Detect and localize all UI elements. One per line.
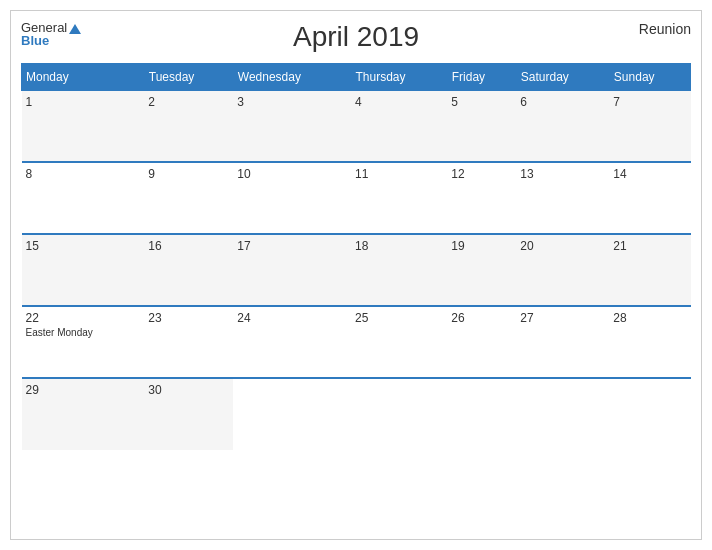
weekday-header-row: MondayTuesdayWednesdayThursdayFridaySatu… <box>22 64 691 90</box>
calendar-title: April 2019 <box>293 21 419 53</box>
day-cell: 5 <box>447 90 516 162</box>
day-number: 3 <box>237 95 347 109</box>
day-number: 4 <box>355 95 443 109</box>
day-cell: 23 <box>144 306 233 378</box>
day-cell: 16 <box>144 234 233 306</box>
day-cell: 2 <box>144 90 233 162</box>
weekday-header-saturday: Saturday <box>516 64 609 90</box>
day-number: 25 <box>355 311 443 325</box>
weekday-header-thursday: Thursday <box>351 64 447 90</box>
day-number: 8 <box>26 167 141 181</box>
day-number: 22 <box>26 311 141 325</box>
day-cell: 25 <box>351 306 447 378</box>
logo-triangle-icon <box>69 24 81 34</box>
calendar-container: General Blue April 2019 Reunion MondayTu… <box>10 10 702 540</box>
day-number: 30 <box>148 383 229 397</box>
day-cell <box>233 378 351 450</box>
day-cell: 10 <box>233 162 351 234</box>
weekday-header-monday: Monday <box>22 64 145 90</box>
day-number: 26 <box>451 311 512 325</box>
day-number: 5 <box>451 95 512 109</box>
day-number: 9 <box>148 167 229 181</box>
day-cell: 13 <box>516 162 609 234</box>
day-cell <box>447 378 516 450</box>
day-number: 14 <box>613 167 686 181</box>
day-number: 21 <box>613 239 686 253</box>
day-cell <box>609 378 690 450</box>
day-number: 17 <box>237 239 347 253</box>
day-cell: 19 <box>447 234 516 306</box>
day-cell: 4 <box>351 90 447 162</box>
day-number: 27 <box>520 311 605 325</box>
day-cell: 14 <box>609 162 690 234</box>
day-cell: 17 <box>233 234 351 306</box>
day-number: 29 <box>26 383 141 397</box>
day-number: 11 <box>355 167 443 181</box>
weekday-header-tuesday: Tuesday <box>144 64 233 90</box>
calendar-grid: MondayTuesdayWednesdayThursdayFridaySatu… <box>21 63 691 450</box>
week-row-4: 22Easter Monday232425262728 <box>22 306 691 378</box>
logo: General Blue <box>21 21 81 47</box>
day-number: 13 <box>520 167 605 181</box>
day-number: 7 <box>613 95 686 109</box>
day-number: 20 <box>520 239 605 253</box>
holiday-label: Easter Monday <box>26 327 141 338</box>
day-cell <box>516 378 609 450</box>
day-number: 15 <box>26 239 141 253</box>
day-cell: 28 <box>609 306 690 378</box>
logo-blue-text: Blue <box>21 34 81 47</box>
week-row-5: 2930 <box>22 378 691 450</box>
day-cell: 8 <box>22 162 145 234</box>
day-number: 10 <box>237 167 347 181</box>
day-cell: 18 <box>351 234 447 306</box>
day-cell: 15 <box>22 234 145 306</box>
day-cell: 21 <box>609 234 690 306</box>
day-number: 24 <box>237 311 347 325</box>
day-number: 2 <box>148 95 229 109</box>
day-number: 23 <box>148 311 229 325</box>
day-number: 1 <box>26 95 141 109</box>
day-cell: 12 <box>447 162 516 234</box>
day-cell: 26 <box>447 306 516 378</box>
weekday-header-wednesday: Wednesday <box>233 64 351 90</box>
day-cell: 7 <box>609 90 690 162</box>
day-cell: 24 <box>233 306 351 378</box>
day-cell: 6 <box>516 90 609 162</box>
day-cell <box>351 378 447 450</box>
day-cell: 30 <box>144 378 233 450</box>
week-row-1: 1234567 <box>22 90 691 162</box>
day-number: 18 <box>355 239 443 253</box>
day-cell: 3 <box>233 90 351 162</box>
week-row-2: 891011121314 <box>22 162 691 234</box>
day-cell: 20 <box>516 234 609 306</box>
day-cell: 29 <box>22 378 145 450</box>
day-number: 6 <box>520 95 605 109</box>
calendar-header: General Blue April 2019 Reunion <box>21 21 691 53</box>
weekday-header-friday: Friday <box>447 64 516 90</box>
day-number: 28 <box>613 311 686 325</box>
day-cell: 11 <box>351 162 447 234</box>
day-number: 19 <box>451 239 512 253</box>
weekday-header-sunday: Sunday <box>609 64 690 90</box>
day-number: 12 <box>451 167 512 181</box>
day-cell: 27 <box>516 306 609 378</box>
region-label: Reunion <box>639 21 691 37</box>
week-row-3: 15161718192021 <box>22 234 691 306</box>
day-number: 16 <box>148 239 229 253</box>
day-cell: 1 <box>22 90 145 162</box>
day-cell: 22Easter Monday <box>22 306 145 378</box>
day-cell: 9 <box>144 162 233 234</box>
